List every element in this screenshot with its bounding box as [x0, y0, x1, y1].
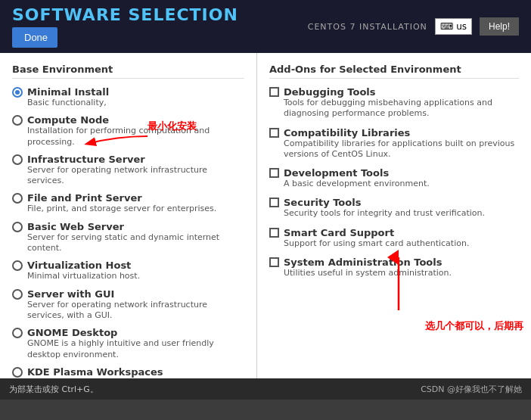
- env-name: File and Print Server: [27, 192, 142, 204]
- env-item-header: File and Print Server: [12, 192, 244, 204]
- addon-header: Security Tools: [269, 197, 519, 208]
- radio-7[interactable]: [12, 328, 23, 338]
- left-panel: Base Environment Minimal Install Basic f…: [0, 53, 257, 378]
- addon-name: Smart Card Support: [284, 227, 394, 238]
- checkbox-2[interactable]: [269, 168, 279, 178]
- page-title: SOFTWARE SELECTION: [12, 5, 238, 24]
- env-item[interactable]: Infrastructure Server Server for operati…: [12, 154, 244, 187]
- env-item-header: GNOME Desktop: [12, 327, 244, 338]
- env-item-header: KDE Plasma Workspaces: [12, 366, 244, 378]
- env-item-header: Server with GUI: [12, 288, 244, 300]
- env-item[interactable]: GNOME Desktop GNOME is a highly intuitiv…: [12, 327, 244, 360]
- addon-desc: Tools for debugging misbehaving applicat…: [284, 98, 519, 120]
- checkbox-3[interactable]: [269, 198, 279, 207]
- header-left: SOFTWARE SELECTION Done: [12, 5, 238, 48]
- env-item-header: Minimal Install: [12, 86, 244, 98]
- right-panel: Add-Ons for Selected Environment Debuggi…: [257, 53, 531, 378]
- env-desc: Server for operating network infrastruct…: [27, 300, 244, 322]
- addon-item[interactable]: Development Tools A basic development en…: [269, 167, 519, 189]
- env-item-header: Infrastructure Server: [12, 154, 244, 165]
- env-name: Virtualization Host: [27, 260, 131, 271]
- addon-name: Development Tools: [284, 167, 389, 179]
- addon-name: System Administration Tools: [284, 257, 442, 268]
- keyboard-icon: ⌨: [440, 21, 453, 32]
- addon-list: Debugging Tools Tools for debugging misb…: [269, 86, 519, 278]
- radio-8[interactable]: [12, 367, 23, 378]
- addon-desc: A basic development environment.: [284, 179, 519, 189]
- env-name: Server with GUI: [27, 288, 114, 300]
- env-desc: GNOME is a highly intuitive and user fri…: [27, 338, 244, 360]
- radio-3[interactable]: [12, 193, 23, 204]
- checkbox-5[interactable]: [269, 257, 279, 267]
- watermark: CSDN @好像我也不了解她: [421, 384, 522, 395]
- centos-label: CENTOS 7 INSTALLATION: [308, 22, 427, 32]
- help-button[interactable]: Help!: [480, 17, 519, 36]
- addon-desc: Utilities useful in system administratio…: [284, 268, 519, 278]
- env-desc: Basic functionality,: [27, 98, 244, 108]
- env-name: Minimal Install: [27, 86, 109, 98]
- addon-item[interactable]: System Administration Tools Utilities us…: [269, 257, 519, 278]
- radio-4[interactable]: [12, 222, 23, 232]
- addon-desc: Support for using smart card authenticat…: [284, 238, 519, 249]
- env-desc: The KDE Plasma Workspaces, a highly-conf…: [27, 378, 244, 378]
- env-item-header: Compute Node: [12, 114, 244, 126]
- env-desc: Installation for performing computation …: [27, 126, 244, 148]
- radio-2[interactable]: [12, 154, 23, 165]
- checkbox-4[interactable]: [269, 228, 279, 238]
- lang-selector[interactable]: ⌨ us: [435, 18, 472, 35]
- addon-name: Compatibility Libraries: [284, 127, 410, 138]
- checkbox-0[interactable]: [269, 87, 279, 97]
- env-desc: File, print, and storage server for ente…: [27, 204, 244, 214]
- env-item[interactable]: Basic Web Server Server for serving stat…: [12, 221, 244, 254]
- done-button[interactable]: Done: [12, 27, 57, 48]
- env-desc: Server for operating network infrastruct…: [27, 165, 244, 187]
- env-desc: Server for serving static and dynamic in…: [27, 232, 244, 254]
- addon-header: Compatibility Libraries: [269, 127, 519, 138]
- env-list: Minimal Install Basic functionality, Com…: [12, 86, 244, 378]
- env-name: Basic Web Server: [27, 221, 124, 232]
- env-item[interactable]: File and Print Server File, print, and s…: [12, 192, 244, 214]
- radio-6[interactable]: [12, 289, 23, 300]
- env-item[interactable]: Minimal Install Basic functionality,: [12, 86, 244, 108]
- header-right: CENTOS 7 INSTALLATION ⌨ us Help!: [308, 17, 519, 36]
- addon-name: Security Tools: [284, 197, 361, 208]
- radio-1[interactable]: [12, 115, 23, 126]
- addon-item[interactable]: Security Tools Security tools for integr…: [269, 197, 519, 219]
- lang-value: us: [456, 21, 467, 32]
- env-name: KDE Plasma Workspaces: [27, 366, 163, 378]
- env-item-header: Virtualization Host: [12, 260, 244, 271]
- addon-desc: Security tools for integrity and trust v…: [284, 208, 519, 219]
- checkbox-1[interactable]: [269, 128, 279, 138]
- env-name: GNOME Desktop: [27, 327, 117, 338]
- env-item[interactable]: Server with GUI Server for operating net…: [12, 288, 244, 322]
- addon-item[interactable]: Smart Card Support Support for using sma…: [269, 227, 519, 249]
- env-item[interactable]: KDE Plasma Workspaces The KDE Plasma Wor…: [12, 366, 244, 378]
- env-desc: Minimal virtualization host.: [27, 271, 244, 282]
- env-item[interactable]: Compute Node Installation for performing…: [12, 114, 244, 148]
- addon-item[interactable]: Compatibility Libraries Compatibility li…: [269, 127, 519, 160]
- header: SOFTWARE SELECTION Done CENTOS 7 INSTALL…: [0, 0, 531, 53]
- addon-header: Debugging Tools: [269, 86, 519, 98]
- env-name: Compute Node: [27, 114, 109, 126]
- addon-item[interactable]: Debugging Tools Tools for debugging misb…: [269, 86, 519, 120]
- addon-header: Development Tools: [269, 167, 519, 179]
- addons-title: Add-Ons for Selected Environment: [269, 64, 519, 79]
- radio-5[interactable]: [12, 260, 23, 271]
- env-name: Infrastructure Server: [27, 154, 145, 165]
- radio-0[interactable]: [12, 87, 23, 98]
- addon-header: Smart Card Support: [269, 227, 519, 238]
- env-item-header: Basic Web Server: [12, 221, 244, 232]
- base-env-title: Base Environment: [12, 64, 244, 79]
- addon-name: Debugging Tools: [284, 86, 376, 98]
- bottom-hint: 为部某击或按 Ctrl+G。: [9, 384, 98, 395]
- addon-header: System Administration Tools: [269, 257, 519, 268]
- addon-desc: Compatibility libraries for applications…: [284, 138, 519, 160]
- main-content: Base Environment Minimal Install Basic f…: [0, 53, 531, 378]
- env-item[interactable]: Virtualization Host Minimal virtualizati…: [12, 260, 244, 282]
- bottom-bar: 为部某击或按 Ctrl+G。 CSDN @好像我也不了解她: [0, 378, 531, 400]
